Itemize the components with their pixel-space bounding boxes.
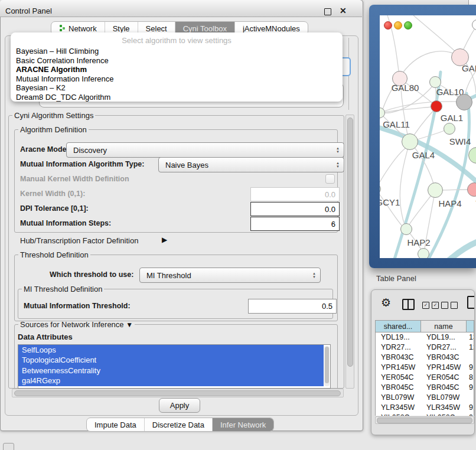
table-row[interactable]: YLR345WYLR345W9. — [376, 403, 474, 413]
attribute-item-betweennesscentrality[interactable]: BetweennessCentrality — [18, 366, 324, 376]
settings-vertical-scrollbar[interactable] — [345, 115, 354, 389]
data-attributes-label: Data Attributes — [18, 332, 73, 341]
scrollbar-thumb[interactable] — [14, 390, 341, 396]
export-table-icon[interactable] — [467, 296, 475, 309]
table-row[interactable]: YDR27...YDR27...12 — [376, 343, 474, 353]
spinner-arrows-icon: ▲▼ — [336, 162, 340, 168]
manual-kernel-label: Manual Kernel Width Definition — [20, 175, 129, 183]
node-label-swi4: SWI4 — [449, 136, 471, 146]
control-panel-titlebar[interactable] — [0, 0, 362, 17]
algorithm-option-dream8-dc-tdc-algorithm[interactable]: Dream8 DC_TDC Algorithm — [11, 93, 343, 102]
gear-icon[interactable]: ⚙ — [381, 296, 391, 309]
network-node-hap4[interactable] — [428, 182, 443, 198]
mac-minimize-button[interactable] — [394, 21, 402, 30]
dpi-tolerance-field[interactable]: 0.0 — [250, 202, 340, 216]
threshold-definition-title: Threshold Definition — [18, 250, 90, 259]
which-threshold-select[interactable]: MI Threshold ▲▼ — [139, 268, 321, 283]
close-icon[interactable]: ✕ — [340, 6, 347, 15]
table-cell: YDL19... — [421, 332, 467, 343]
table-header[interactable]: shared...nameA — [375, 320, 474, 332]
kernel-width-label: Kernel Width (0,1): — [20, 190, 85, 198]
data-attributes-list[interactable]: SelfLoopsTopologicalCoefficientBetweenne… — [18, 344, 331, 389]
attribute-item-topologicalcoefficient[interactable]: TopologicalCoefficient — [18, 355, 324, 365]
settings-horizontal-scrollbar[interactable] — [12, 389, 344, 397]
node-label-gal80: GAL80 — [392, 83, 419, 93]
aracne-mode-value: Discovery — [73, 146, 107, 155]
tab-impute-data[interactable]: Impute Data — [87, 418, 144, 431]
table-row[interactable]: YBR045CYBR045C9. — [376, 383, 474, 393]
unselect-all-columns-icon[interactable] — [441, 302, 458, 309]
algorithm-dropdown-list: Bayesian – Hill ClimbingBasic Correlatio… — [11, 47, 343, 102]
apply-button[interactable]: Apply — [159, 398, 200, 413]
network-node-hap2[interactable] — [400, 223, 412, 235]
table-cell: YDL19... — [376, 332, 421, 343]
scrollbar-thumb[interactable] — [325, 347, 329, 383]
network-node[interactable] — [456, 94, 472, 110]
network-node[interactable] — [418, 248, 429, 258]
aracne-mode-select[interactable]: Discovery ▲▼ — [66, 142, 344, 158]
collapse-down-icon[interactable]: ▼ — [126, 321, 133, 329]
table-panel-window: ⚙ ✓✓ shared...nameA YDL19...YDL19...13YD… — [371, 289, 475, 435]
tab-infer-network[interactable]: Infer Network — [212, 418, 273, 431]
select-all-columns-icon[interactable]: ✓✓ — [422, 302, 439, 309]
tab-discretize-data[interactable]: Discretize Data — [144, 418, 212, 431]
float-window-icon[interactable] — [324, 8, 331, 15]
mi-threshold-label: Mutual Information Threshold: — [24, 302, 131, 310]
algorithm-option-mutual-information-inference[interactable]: Mutual Information Inference — [11, 74, 343, 84]
scrollbar-thumb[interactable] — [377, 418, 472, 423]
algorithm-option-aracne-algorithm[interactable]: ARACNE Algorithm — [11, 65, 343, 74]
mi-threshold-field[interactable]: 0.5 — [248, 299, 337, 314]
column-header-name[interactable]: name — [421, 321, 467, 332]
algorithm-option-bayesian-hill-climbing[interactable]: Bayesian – Hill Climbing — [11, 47, 343, 56]
network-canvas[interactable]: GALGAL80GAL10GAL1GAL11SWI4GAL4GCY1HAP4YH… — [380, 15, 476, 258]
table-row[interactable]: YPR145WYPR145W9. — [376, 363, 474, 373]
network-node-gal1[interactable] — [431, 100, 442, 112]
attribute-item-gal4rgexp[interactable]: gal4RGexp — [18, 376, 324, 386]
node-label-gal4: GAL4 — [412, 150, 435, 160]
mac-zoom-button[interactable] — [404, 21, 412, 30]
algorithm-definition-title: Algorithm Definition — [18, 125, 89, 134]
table-cell: YER054C — [376, 373, 421, 383]
table-cell: YER054C — [421, 373, 467, 383]
which-threshold-value: MI Threshold — [146, 271, 191, 280]
manual-kernel-checkbox[interactable] — [325, 174, 335, 184]
mi-steps-label: Mutual Information Steps: — [20, 219, 111, 227]
mi-type-label: Mutual Information Algorithm Type: — [20, 160, 144, 168]
which-threshold-label: Which threshold to use: — [50, 270, 133, 279]
column-header-a[interactable]: A — [467, 321, 474, 332]
node-label-gcy1: GCY1 — [380, 197, 400, 207]
algorithm-dropdown[interactable]: Select algorithm to view settings Bayesi… — [11, 32, 343, 102]
table-cell: 13 — [467, 332, 474, 343]
algorithm-option-bayesian-k2[interactable]: Bayesian – K2 — [11, 83, 343, 93]
table-horizontal-scrollbar[interactable] — [375, 416, 474, 424]
panel-title: Control Panel — [5, 3, 52, 19]
expand-right-icon[interactable]: ▶ — [162, 236, 167, 244]
table-row[interactable]: YIL052CYIL052C9. — [376, 413, 474, 416]
network-node-gal10[interactable] — [429, 76, 441, 88]
table-cell: 9. — [467, 383, 474, 393]
network-node-swi4[interactable] — [444, 123, 455, 135]
minimized-panel-icon[interactable] — [3, 443, 14, 450]
kernel-width-field[interactable]: 0.0 — [250, 187, 340, 201]
table-cell: 8. — [467, 373, 474, 383]
network-node-gal4[interactable] — [402, 133, 418, 150]
mi-steps-field[interactable]: 6 — [250, 217, 340, 231]
table-row[interactable]: YBL079WYBL079W — [376, 393, 474, 403]
scrollbar-thumb[interactable] — [347, 118, 353, 367]
tab-label: Style — [113, 24, 130, 33]
list-scrollbar[interactable] — [324, 346, 330, 386]
table-cell: YBL079W — [376, 393, 421, 403]
algorithm-option-basic-correlation-inference[interactable]: Basic Correlation Inference — [11, 56, 343, 66]
table-row[interactable]: YBR043CYBR043C — [376, 353, 474, 363]
table-row[interactable]: YER054CYER054C8. — [376, 373, 474, 383]
table-cell: YBR043C — [376, 353, 421, 363]
aracne-mode-label: Aracne Mode: — [20, 145, 69, 154]
mac-close-button[interactable] — [384, 21, 392, 30]
mi-type-value: Naive Bayes — [165, 161, 208, 169]
table-body[interactable]: YDL19...YDL19...13YDR27...YDR27...12YBR0… — [375, 332, 474, 416]
table-row[interactable]: YDL19...YDL19...13 — [376, 332, 474, 343]
column-header-shared-[interactable]: shared... — [376, 321, 421, 332]
attribute-item-selfloops[interactable]: SelfLoops — [18, 345, 324, 355]
mi-type-select[interactable]: Naive Bayes ▲▼ — [158, 157, 344, 172]
show-columns-icon[interactable] — [402, 299, 415, 310]
